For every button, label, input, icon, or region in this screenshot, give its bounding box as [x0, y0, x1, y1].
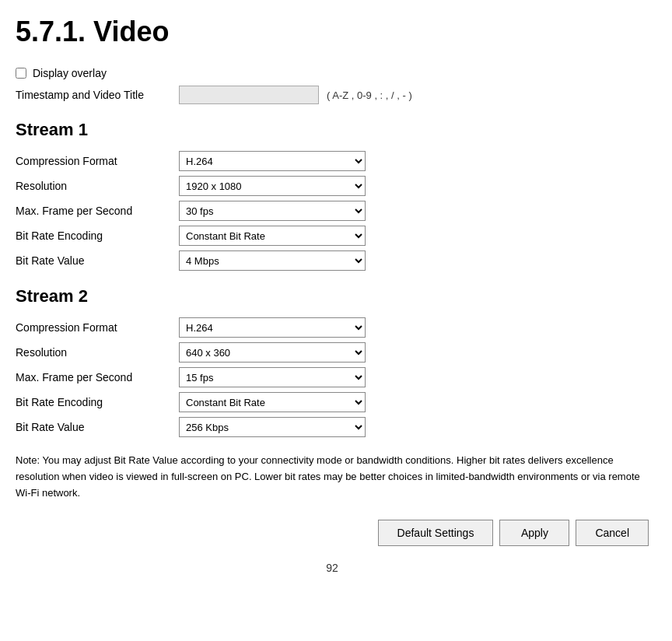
stream2-fields-row-3: Bit Rate EncodingConstant Bit RateVariab…: [16, 392, 649, 412]
stream1-fields-row-3: Bit Rate EncodingConstant Bit RateVariab…: [16, 226, 649, 246]
stream2-title: Stream 2: [16, 286, 649, 306]
stream2-fields-label-1: Resolution: [16, 346, 179, 359]
stream2-fields-row-0: Compression FormatH.264H.265MJPEG: [16, 317, 649, 338]
stream1-fields-label-1: Resolution: [16, 180, 179, 192]
timestamp-row: Timestamp and Video Title ( A-Z , 0-9 , …: [16, 86, 649, 104]
stream1-fields-row-0: Compression FormatH.264H.265MJPEG: [16, 151, 649, 171]
stream2-fields-select-0[interactable]: H.264H.265MJPEG: [179, 317, 366, 338]
stream1-fields-select-2[interactable]: 30 fps25 fps15 fps10 fps5 fps: [179, 201, 366, 221]
stream2-fields-row-2: Max. Frame per Second30 fps25 fps15 fps1…: [16, 367, 649, 387]
stream1-fields-label-0: Compression Format: [16, 155, 179, 167]
display-overlay-label: Display overlay: [33, 67, 107, 79]
display-overlay-row: Display overlay: [16, 67, 649, 79]
stream1-title: Stream 1: [16, 120, 649, 140]
apply-button[interactable]: Apply: [499, 520, 569, 546]
stream2-fields-select-3[interactable]: Constant Bit RateVariable Bit Rate: [179, 392, 366, 412]
note-text: Note: You may adjust Bit Rate Value acco…: [16, 454, 640, 499]
stream2-fields: Compression FormatH.264H.265MJPEGResolut…: [16, 317, 649, 437]
stream1-fields-label-3: Bit Rate Encoding: [16, 229, 179, 242]
cancel-button[interactable]: Cancel: [576, 520, 649, 546]
stream1-fields-row-4: Bit Rate Value4 Mbps2 Mbps1 Mbps512 Kbps…: [16, 250, 649, 271]
timestamp-label: Timestamp and Video Title: [16, 89, 179, 101]
overlay-section: Display overlay Timestamp and Video Titl…: [16, 67, 649, 104]
stream1-fields-row-1: Resolution1920 x 10801280 x 720640 x 360: [16, 176, 649, 196]
stream2-fields-row-1: Resolution1920 x 10801280 x 720640 x 360: [16, 342, 649, 363]
stream1-fields-select-1[interactable]: 1920 x 10801280 x 720640 x 360: [179, 176, 366, 196]
note-section: Note: You may adjust Bit Rate Value acco…: [16, 453, 649, 501]
stream1-fields: Compression FormatH.264H.265MJPEGResolut…: [16, 151, 649, 271]
stream1-section: Stream 1 Compression FormatH.264H.265MJP…: [16, 120, 649, 271]
stream2-fields-select-4[interactable]: 4 Mbps2 Mbps1 Mbps512 Kbps256 Kbps: [179, 417, 366, 437]
stream1-fields-select-4[interactable]: 4 Mbps2 Mbps1 Mbps512 Kbps256 Kbps: [179, 250, 366, 271]
stream1-fields-label-4: Bit Rate Value: [16, 254, 179, 267]
page-number: 92: [16, 562, 649, 574]
stream1-fields-select-3[interactable]: Constant Bit RateVariable Bit Rate: [179, 226, 366, 246]
display-overlay-checkbox[interactable]: [16, 68, 26, 79]
default-settings-button[interactable]: Default Settings: [378, 520, 494, 546]
stream2-fields-label-0: Compression Format: [16, 321, 179, 334]
stream2-section: Stream 2 Compression FormatH.264H.265MJP…: [16, 286, 649, 437]
stream2-fields-select-1[interactable]: 1920 x 10801280 x 720640 x 360: [179, 342, 366, 363]
stream1-fields-row-2: Max. Frame per Second30 fps25 fps15 fps1…: [16, 201, 649, 221]
stream2-fields-label-2: Max. Frame per Second: [16, 371, 179, 384]
stream1-fields-select-0[interactable]: H.264H.265MJPEG: [179, 151, 366, 171]
page-title: 5.7.1. Video: [16, 16, 649, 48]
timestamp-input[interactable]: [179, 86, 319, 104]
stream2-fields-label-3: Bit Rate Encoding: [16, 396, 179, 408]
stream1-fields-label-2: Max. Frame per Second: [16, 205, 179, 217]
stream2-fields-label-4: Bit Rate Value: [16, 421, 179, 433]
stream2-fields-select-2[interactable]: 30 fps25 fps15 fps10 fps5 fps: [179, 367, 366, 387]
stream2-fields-row-4: Bit Rate Value4 Mbps2 Mbps1 Mbps512 Kbps…: [16, 417, 649, 437]
button-row: Default Settings Apply Cancel: [16, 520, 649, 546]
timestamp-hint: ( A-Z , 0-9 , : , / , - ): [327, 89, 412, 101]
